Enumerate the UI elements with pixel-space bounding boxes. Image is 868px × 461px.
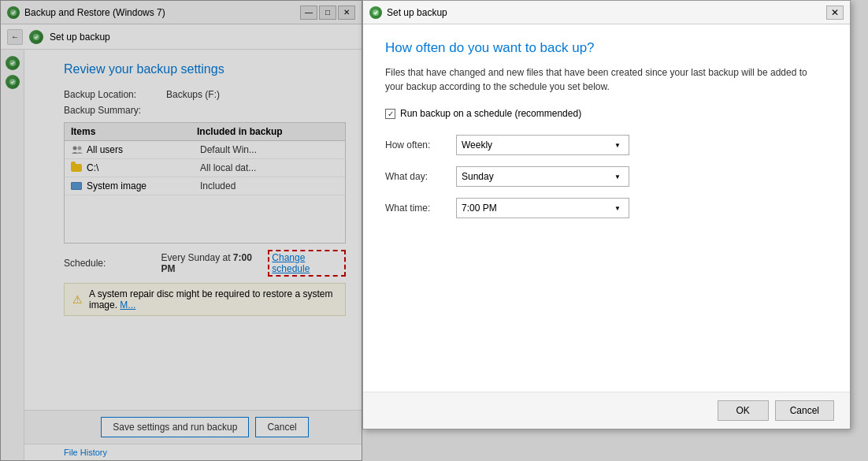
what-time-label: What time: xyxy=(385,203,456,214)
how-often-value: Weekly xyxy=(462,139,492,151)
what-time-row: What time: 7:00 PM ▼ xyxy=(385,198,828,218)
schedule-checkbox-row: Run backup on a schedule (recommended) xyxy=(385,108,828,119)
dialog-heading: How often do you want to back up? xyxy=(385,40,828,56)
dialog-title-bar: Set up backup ✕ xyxy=(363,1,850,24)
ok-button[interactable]: OK xyxy=(718,400,769,421)
how-often-row: How often: Weekly ▼ xyxy=(385,135,828,155)
dialog-close-button[interactable]: ✕ xyxy=(826,6,844,20)
how-often-select[interactable]: Weekly ▼ xyxy=(456,135,629,155)
what-day-select[interactable]: Sunday ▼ xyxy=(456,166,629,187)
what-day-label: What day: xyxy=(385,171,456,182)
dialog-icon xyxy=(369,6,382,19)
what-time-dropdown-arrow: ▼ xyxy=(611,205,624,212)
what-time-value: 7:00 PM xyxy=(462,203,497,214)
schedule-checkbox[interactable] xyxy=(385,109,395,119)
what-time-select[interactable]: 7:00 PM ▼ xyxy=(456,198,629,218)
dialog-description: Files that have changed and new files th… xyxy=(385,65,828,94)
how-often-label: How often: xyxy=(385,139,456,151)
what-day-dropdown-arrow: ▼ xyxy=(611,173,624,180)
dialog-footer: OK Cancel xyxy=(363,392,850,429)
schedule-checkbox-label: Run backup on a schedule (recommended) xyxy=(400,108,581,119)
dialog-body: How often do you want to back up? Files … xyxy=(363,24,850,392)
dialog-window: Set up backup ✕ How often do you want to… xyxy=(362,0,851,429)
what-day-value: Sunday xyxy=(462,171,494,182)
how-often-dropdown-arrow: ▼ xyxy=(611,142,624,149)
dialog-title-text: Set up backup xyxy=(387,7,447,18)
what-day-row: What day: Sunday ▼ xyxy=(385,166,828,187)
dialog-cancel-button[interactable]: Cancel xyxy=(775,400,834,421)
